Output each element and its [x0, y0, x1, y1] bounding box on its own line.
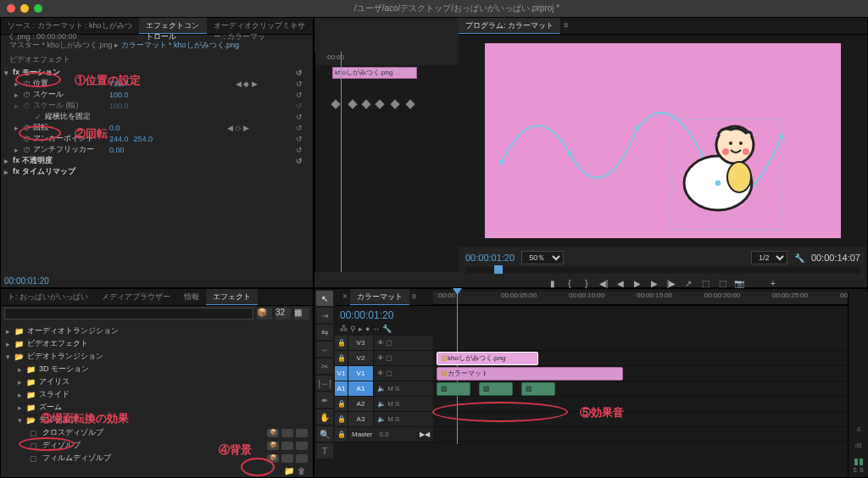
track-a2-header[interactable]: A2: [348, 397, 374, 411]
effect-controls-timecode[interactable]: 00:00:01:20: [4, 276, 49, 286]
scale-value[interactable]: 100.0: [109, 91, 129, 99]
hand-tool[interactable]: ✋: [316, 409, 333, 425]
svg-point-13: [715, 180, 721, 186]
track-a1-header[interactable]: A1: [348, 381, 374, 396]
tree-dissolve-folder[interactable]: ▾📂ディゾルブ: [4, 414, 309, 426]
audio-clip-3[interactable]: ▨: [521, 382, 555, 396]
rotation-value[interactable]: 0.0: [109, 124, 120, 132]
timeline-timecode[interactable]: 00:00:01:20: [340, 309, 393, 321]
position-value[interactable]: 736.7: [109, 80, 129, 88]
preset-filter-icon[interactable]: 📦: [257, 308, 272, 320]
timeline-panel: ↖ ⇥ ⇆ ↔ ✂ |↔| ✒ ✋ 🔍 T × カラーマット ≡ 00:00:0…: [314, 288, 868, 478]
svg-point-9: [739, 142, 743, 145]
program-monitor-panel: :00:00 khoしがみつく.png プログラム: カラーマット ≡: [314, 17, 868, 288]
export-frame-button[interactable]: 📷: [733, 277, 745, 289]
program-duration: 00:00:14:07: [811, 253, 860, 263]
clip-v2[interactable]: ▨ khoしがみつく.png: [437, 352, 538, 365]
lift-button[interactable]: ⬚: [699, 277, 711, 289]
effect-controls-panel: ソース : カラーマット : khoしがみつく.png : 00:00:00:0…: [0, 17, 314, 288]
master-clip-label: マスター * khoしがみつく.png: [9, 41, 113, 49]
tab-project[interactable]: ト: おっぱいがいっぱい: [1, 289, 95, 305]
uniform-scale-checkbox[interactable]: 縦横比を固定: [45, 111, 91, 122]
effect-dissolve[interactable]: ▢ディゾルブ📦: [4, 439, 309, 452]
svg-point-2: [635, 125, 640, 131]
zoom-dropdown[interactable]: 50％: [521, 251, 564, 264]
track-v2-header[interactable]: V2: [348, 351, 374, 365]
minimize-window-button[interactable]: [20, 4, 29, 13]
extract-button[interactable]: ⬚: [716, 277, 728, 289]
slip-tool[interactable]: |↔|: [316, 375, 333, 391]
delete-icon[interactable]: 🗑: [298, 466, 306, 475]
preset-32-icon[interactable]: 32: [275, 308, 291, 320]
tree-iris[interactable]: ▸📁アイリス: [4, 375, 309, 388]
tab-effects[interactable]: エフェクト: [206, 289, 258, 305]
go-to-out-button[interactable]: ↗: [682, 277, 694, 289]
tree-video-effects[interactable]: ▸📁ビデオエフェクト: [4, 337, 309, 350]
step-back-button[interactable]: ◀|: [598, 277, 609, 289]
close-window-button[interactable]: [7, 4, 15, 13]
window-title: /ユーザ/aco/デスクトップ/おっぱいがいっぱい.prproj *: [53, 3, 861, 14]
tree-zoom[interactable]: ▸📁ズーム: [4, 401, 309, 414]
maximize-window-button[interactable]: [34, 4, 42, 13]
program-preview[interactable]: [459, 35, 867, 247]
new-bin-icon[interactable]: 📁: [284, 466, 294, 475]
play-button[interactable]: ▶: [632, 277, 643, 289]
tree-audio-transitions[interactable]: ▸📁オーディオトランジション: [4, 325, 309, 337]
audio-clip-1[interactable]: ▨: [437, 382, 470, 396]
tab-effect-controls[interactable]: エフェクトコントロール: [139, 18, 207, 34]
effect-film-dissolve[interactable]: ▢フィルムディゾルブ📦: [4, 452, 309, 464]
type-tool[interactable]: T: [316, 443, 333, 459]
track-select-tool[interactable]: ⇥: [316, 308, 333, 323]
program-scrubber[interactable]: [494, 265, 503, 274]
svg-point-0: [499, 159, 504, 164]
prop-scale: スケール: [33, 89, 109, 100]
mark-in-button[interactable]: ▮: [547, 277, 559, 289]
track-a3-header[interactable]: A3: [348, 412, 374, 426]
keyframe-clip[interactable]: khoしがみつく.png: [332, 67, 417, 79]
frame-forward-button[interactable]: ▶: [648, 277, 660, 289]
fx-timeremap-header[interactable]: ▸ fx タイムリマップ: [4, 166, 309, 177]
effects-search-input[interactable]: [4, 308, 253, 320]
ripple-tool[interactable]: ⇆: [316, 325, 333, 340]
selection-tool[interactable]: ↖: [316, 291, 333, 306]
tab-info[interactable]: 情報: [177, 289, 206, 305]
svg-point-1: [567, 151, 572, 156]
tab-media-browser[interactable]: メディアブラウザー: [95, 289, 177, 305]
prop-scale-width: スケール (幅): [33, 100, 109, 111]
pen-tool[interactable]: ✒: [316, 392, 333, 408]
mark-out-button[interactable]: {: [564, 277, 576, 289]
stopwatch-icon[interactable]: ⏱: [23, 80, 33, 88]
track-v1-header[interactable]: V1: [348, 366, 374, 381]
rate-stretch-tool[interactable]: ↔: [316, 342, 333, 357]
stopwatch-icon[interactable]: ⏱: [23, 91, 33, 99]
button-editor[interactable]: +: [767, 277, 779, 289]
keyframe-playhead[interactable]: [341, 52, 342, 272]
tab-audio-mixer[interactable]: オーディオクリップミキサー : カラーマッ: [207, 18, 313, 34]
tree-video-transitions[interactable]: ▾📂ビデオトランジション: [4, 350, 309, 363]
tab-source[interactable]: ソース : カラーマット : khoしがみつく.png : 00:00:00:0…: [1, 18, 139, 34]
track-v3-header[interactable]: V3: [348, 336, 374, 350]
preset-yuv-icon[interactable]: ▦: [294, 308, 309, 320]
resolution-dropdown[interactable]: 1/2: [751, 251, 787, 264]
fx-opacity-header[interactable]: ▸ fx 不透明度 ↺: [4, 155, 309, 166]
sequence-tab[interactable]: カラーマット: [350, 289, 409, 305]
step-forward-button[interactable]: |▶: [665, 277, 677, 289]
zoom-tool[interactable]: 🔍: [316, 426, 333, 442]
razor-tool[interactable]: ✂: [316, 358, 333, 374]
tree-3d-motion[interactable]: ▸📁3D モーション: [4, 363, 309, 375]
tab-program[interactable]: プログラム: カラーマット: [459, 18, 560, 34]
fx-motion-header[interactable]: ▾ fx モーション ↺: [4, 67, 309, 78]
svg-point-10: [727, 162, 751, 192]
frame-back-button[interactable]: ◀: [615, 277, 626, 289]
audio-clip-2[interactable]: ▨: [479, 382, 513, 396]
go-to-in-button[interactable]: }: [581, 277, 593, 289]
program-current-time[interactable]: 00:00:01:20: [465, 253, 515, 263]
stopwatch-icon[interactable]: ⏱: [23, 124, 33, 132]
tree-slide[interactable]: ▸📁スライド: [4, 388, 309, 401]
track-master-header[interactable]: Master: [348, 431, 376, 438]
timeline-tools: ↖ ⇥ ⇆ ↔ ✂ |↔| ✒ ✋ 🔍 T: [314, 289, 335, 460]
stopwatch-icon[interactable]: ⏱: [23, 135, 33, 143]
audio-meter: -6 dB SS: [848, 292, 868, 476]
clip-v1[interactable]: ▨ カラーマット: [437, 367, 623, 381]
effect-cross-dissolve[interactable]: ▢クロスディゾルブ📦: [4, 426, 309, 439]
